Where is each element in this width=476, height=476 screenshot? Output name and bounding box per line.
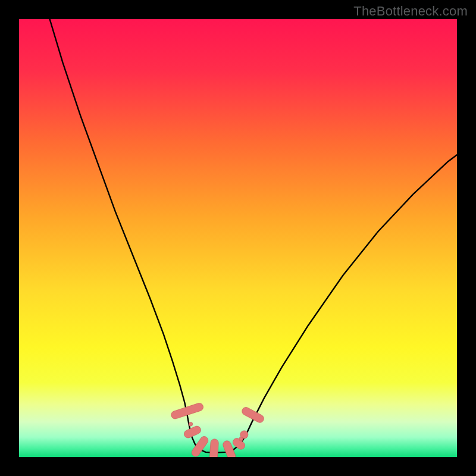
chart-svg (19, 19, 457, 457)
marker-layer (170, 402, 265, 457)
outer-frame: TheBottleneck.com (0, 0, 476, 476)
svg-rect-4 (209, 439, 218, 457)
curve-layer (50, 19, 457, 453)
chart-marker-3 (209, 439, 218, 457)
chart-marker-9 (239, 437, 243, 441)
chart-marker-8 (189, 422, 193, 426)
watermark-text: TheBottleneck.com (353, 4, 468, 19)
plot-area (19, 19, 457, 457)
series-curve-1 (218, 155, 457, 452)
series-curve-0 (50, 19, 218, 453)
